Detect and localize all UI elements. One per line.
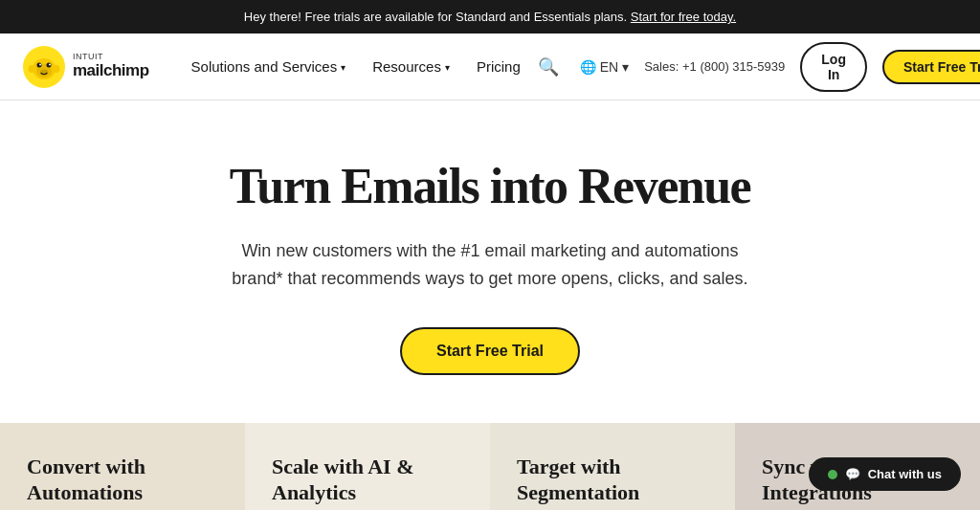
navbar: INTUIT mailchimp Solutions and Services …	[0, 33, 980, 100]
chat-icon: 💬	[845, 467, 860, 481]
login-button[interactable]: Log In	[800, 42, 867, 92]
solutions-chevron-icon: ▾	[341, 62, 345, 73]
nav-resources[interactable]: Resources ▾	[361, 51, 461, 82]
banner-link[interactable]: Start for free today.	[631, 10, 736, 24]
nav-solutions[interactable]: Solutions and Services ▾	[180, 51, 358, 82]
nav-links: Solutions and Services ▾ Resources ▾ Pri…	[180, 51, 532, 82]
feature-analytics-title: Scale with AI & Analytics	[272, 454, 463, 506]
feature-analytics[interactable]: Scale with AI & Analytics	[245, 423, 490, 510]
language-selector[interactable]: 🌐 EN ▾	[580, 59, 629, 75]
hero-subtitle: Win new customers with the #1 email mark…	[222, 237, 758, 293]
banner-text: Hey there! Free trials are available for…	[244, 10, 627, 24]
search-icon: 🔍	[538, 56, 559, 78]
feature-segmentation[interactable]: Target with Segmentation	[490, 423, 735, 510]
chat-widget[interactable]: 💬 Chat with us	[809, 457, 961, 491]
feature-automations-title: Convert with Automations	[27, 454, 218, 506]
logo-icon	[23, 46, 65, 88]
logo-text: INTUIT mailchimp	[73, 53, 149, 80]
hero-title: Turn Emails into Revenue	[38, 158, 942, 214]
lang-label: EN	[600, 59, 618, 75]
svg-point-6	[49, 63, 51, 65]
search-button[interactable]: 🔍	[532, 51, 565, 83]
nav-pricing[interactable]: Pricing	[465, 51, 532, 82]
top-banner: Hey there! Free trials are available for…	[0, 0, 980, 33]
nav-right: 🔍 🌐 EN ▾ Sales: +1 (800) 315-5939 Log In…	[532, 42, 980, 92]
globe-icon: 🌐	[580, 59, 596, 75]
chat-online-indicator	[828, 470, 837, 479]
logo[interactable]: INTUIT mailchimp	[23, 46, 149, 88]
feature-segmentation-title: Target with Segmentation	[517, 454, 708, 506]
hero-trial-button[interactable]: Start Free Trial	[400, 327, 580, 375]
sales-number: Sales: +1 (800) 315-5939	[644, 59, 785, 74]
chat-label: Chat with us	[868, 467, 942, 481]
feature-automations[interactable]: Convert with Automations	[0, 423, 245, 510]
lang-chevron-icon: ▾	[622, 59, 629, 75]
svg-point-8	[29, 65, 35, 73]
svg-point-5	[39, 63, 41, 65]
nav-trial-button[interactable]: Start Free Trial	[882, 50, 980, 84]
svg-point-9	[54, 65, 60, 73]
hero-section: Turn Emails into Revenue Win new custome…	[0, 100, 980, 423]
resources-chevron-icon: ▾	[445, 62, 450, 73]
logo-mailchimp: mailchimp	[73, 62, 149, 80]
